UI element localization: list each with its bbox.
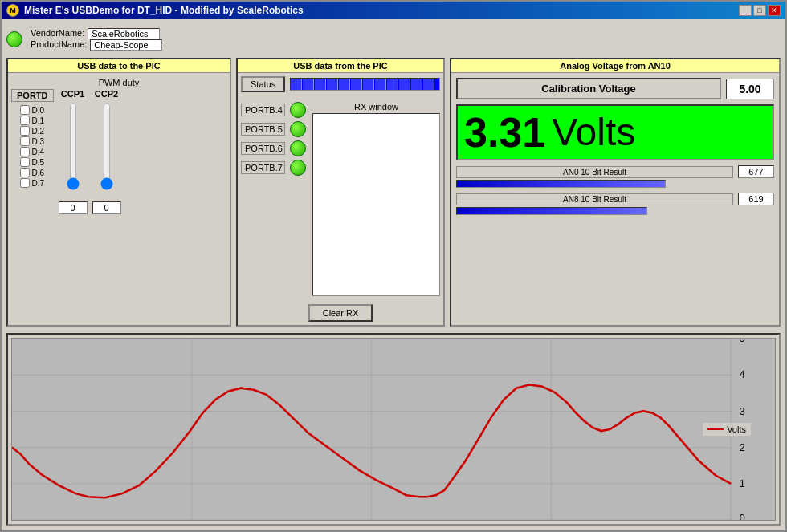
chart-inner: 5 4 3 2 1 0 Volts — [11, 338, 776, 521]
close-button[interactable]: ✕ — [768, 5, 781, 16]
portb7-row: PORTB.7 — [241, 160, 306, 176]
portd-d3-checkbox[interactable] — [20, 136, 30, 146]
device-info: VendorName: ScaleRobotics ProductName: C… — [31, 28, 162, 51]
portd-d1-row: D.1 — [20, 116, 44, 125]
portb4-label: PORTB.4 — [241, 104, 285, 116]
status-seg-9 — [387, 79, 398, 90]
chart-legend: Volts — [703, 423, 751, 436]
product-label: ProductName: — [31, 39, 87, 51]
status-seg-11 — [411, 79, 422, 90]
svg-text:2: 2 — [740, 442, 745, 453]
rx-textarea[interactable] — [312, 113, 440, 296]
sliders-row: PORTD D.0 D.1 — [11, 89, 226, 322]
ccp1-slider-wrapper — [64, 102, 82, 198]
status-row: Status — [241, 76, 440, 92]
legend-label: Volts — [727, 424, 746, 434]
portd-d7-label: D.7 — [31, 179, 44, 188]
status-bar-container — [290, 78, 440, 91]
ccp2-label: CCP2 — [95, 89, 118, 99]
usb-from-pic-panel: USB data from the PIC Status — [236, 58, 445, 327]
portd-d4-row: D.4 — [20, 147, 44, 156]
product-value: Cheap-Scope — [90, 39, 162, 51]
status-button[interactable]: Status — [241, 76, 285, 92]
portd-d5-checkbox[interactable] — [20, 157, 30, 167]
status-seg-1 — [291, 79, 302, 90]
main-window: M Mister E's USBDemo for DT_HID - Modifi… — [0, 0, 787, 532]
portb5-label: PORTB.5 — [241, 123, 285, 136]
portd-d4-checkbox[interactable] — [20, 147, 30, 156]
portd-d5-label: D.5 — [31, 158, 44, 167]
portd-d6-checkbox[interactable] — [20, 168, 30, 177]
svg-text:5: 5 — [740, 339, 745, 344]
maximize-button[interactable]: □ — [753, 5, 766, 16]
portd-d0-label: D.0 — [31, 106, 44, 115]
vendor-value: ScaleRobotics — [88, 28, 160, 39]
panels-row: USB data to the PIC PWM duty PORTD D.0 — [6, 58, 781, 327]
connection-led — [6, 31, 22, 47]
device-info-row: VendorName: ScaleRobotics ProductName: C… — [6, 24, 781, 55]
portd-checkboxes: D.0 D.1 D.2 — [20, 105, 44, 188]
portd-d2-row: D.2 — [20, 126, 44, 136]
usb-to-pic-content: PWM duty PORTD D.0 — [8, 73, 230, 325]
svg-text:3: 3 — [740, 406, 745, 417]
portb5-led — [290, 121, 306, 137]
chart-panel: 5 4 3 2 1 0 Volts — [6, 333, 781, 526]
rx-column: RX window — [312, 102, 440, 296]
calib-value: 5.00 — [726, 79, 774, 99]
portb7-label: PORTB.7 — [241, 161, 285, 174]
voltage-display: 3.31 Volts — [456, 104, 774, 160]
window-title: Mister E's USBDemo for DT_HID - Modified… — [24, 5, 304, 16]
portd-label: PORTD — [11, 89, 54, 102]
calib-label: Calibration Voltage — [456, 78, 721, 99]
an8-result-row: AN8 10 Bit Result 619 — [456, 193, 774, 205]
status-seg-5 — [339, 79, 350, 90]
ccp1-label: CCP1 — [61, 89, 84, 99]
usb-from-pic-header: USB data from the PIC — [238, 59, 443, 73]
an8-section: AN8 10 Bit Result 619 — [456, 193, 774, 215]
portd-d0-checkbox[interactable] — [20, 105, 30, 115]
voltage-unit: Volts — [552, 113, 635, 152]
an0-label: AN0 10 Bit Result — [456, 166, 733, 178]
svg-text:4: 4 — [740, 369, 745, 380]
status-seg-3 — [315, 79, 326, 90]
product-row: ProductName: Cheap-Scope — [31, 39, 162, 51]
ccp2-value: 0 — [92, 201, 121, 214]
analog-content: Calibration Voltage 5.00 3.31 Volts AN0 … — [451, 73, 779, 220]
portd-d0-row: D.0 — [20, 105, 44, 115]
ccp2-section: CCP2 0 — [92, 89, 121, 214]
minimize-button[interactable]: _ — [739, 5, 752, 16]
status-seg-2 — [303, 79, 314, 90]
svg-text:0: 0 — [740, 513, 745, 520]
svg-text:1: 1 — [740, 478, 745, 489]
portb6-label: PORTB.6 — [241, 142, 285, 155]
usb-from-pic-content: Status — [238, 73, 443, 325]
status-bar — [291, 79, 439, 90]
analog-voltage-panel: Analog Voltage from AN10 Calibration Vol… — [450, 58, 781, 327]
main-content: VendorName: ScaleRobotics ProductName: C… — [2, 19, 785, 530]
portb4-row: PORTB.4 — [241, 102, 306, 118]
portb7-led — [290, 160, 306, 176]
vendor-label: VendorName: — [31, 28, 84, 39]
status-seg-12 — [423, 79, 434, 90]
ccp2-slider[interactable] — [98, 102, 116, 190]
ccp1-slider[interactable] — [64, 102, 82, 190]
clear-rx-button[interactable]: Clear RX — [308, 304, 373, 322]
portd-d1-checkbox[interactable] — [20, 116, 30, 125]
portd-d7-checkbox[interactable] — [20, 178, 30, 188]
analog-voltage-header: Analog Voltage from AN10 — [451, 59, 779, 73]
title-buttons: _ □ ✕ — [739, 5, 781, 16]
ccp1-value: 0 — [59, 201, 88, 214]
portd-d5-row: D.5 — [20, 157, 44, 167]
portd-d2-checkbox[interactable] — [20, 126, 30, 136]
portb5-row: PORTB.5 — [241, 121, 306, 137]
calib-row: Calibration Voltage 5.00 — [456, 78, 774, 99]
title-bar: M Mister E's USBDemo for DT_HID - Modifi… — [2, 2, 785, 19]
portd-d2-label: D.2 — [31, 127, 44, 136]
an0-value: 677 — [738, 165, 774, 178]
status-seg-4 — [327, 79, 338, 90]
usb-to-pic-header: USB data to the PIC — [8, 59, 230, 73]
ccp2-slider-wrapper — [98, 102, 116, 198]
an0-section: AN0 10 Bit Result 677 — [456, 165, 774, 188]
usb-to-pic-panel: USB data to the PIC PWM duty PORTD D.0 — [6, 58, 231, 327]
portd-d3-row: D.3 — [20, 136, 44, 146]
